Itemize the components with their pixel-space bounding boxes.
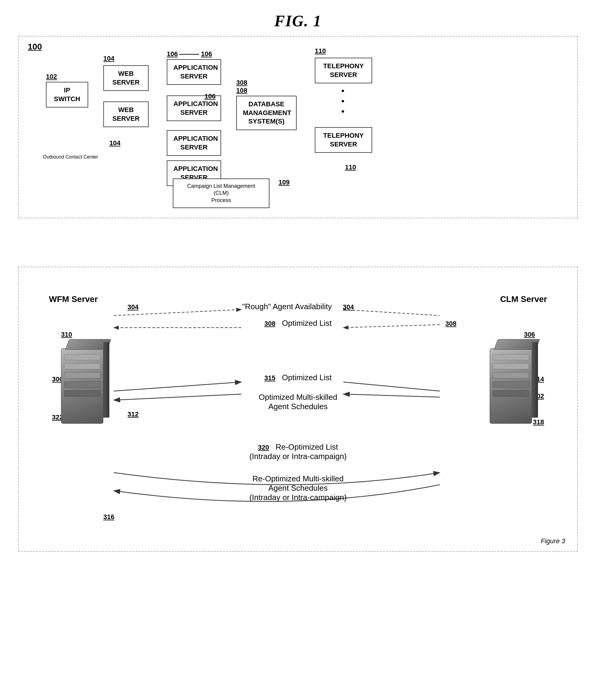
- optimized-list-mid-text: 315 Optimized List: [223, 373, 374, 382]
- wfm-server-label: WFM Server: [49, 294, 98, 304]
- web-server-2-box: WEBSERVER: [103, 101, 149, 127]
- label-316-pos: 316: [103, 512, 115, 521]
- svg-line-5: [344, 382, 440, 391]
- ip-switch-box: IPSWITCH: [46, 82, 88, 107]
- db-group: 308 108 DATABASEMANAGEMENTSYSTEM(S): [236, 79, 297, 130]
- wfm-server-drawing: [61, 339, 106, 424]
- label-108: 308: [236, 79, 247, 86]
- label-106a: 106 ——— 106: [167, 50, 212, 58]
- label-104b: 104: [109, 139, 121, 147]
- label-109: 109: [278, 179, 290, 186]
- label-306: 306: [490, 331, 535, 339]
- svg-line-4: [114, 382, 241, 391]
- label-110b: 110: [345, 163, 356, 171]
- tel-server-2-box: TELEPHONYSERVER: [315, 127, 372, 153]
- fig3-diagram: WFM Server 310: [43, 285, 553, 533]
- fig1-container: 100 102 IPSWITCH 104 WEBSERVER WEBSERVER…: [18, 36, 578, 218]
- tel-server-1-box: TELEPHONYSERVER •••: [315, 58, 372, 116]
- fig3-container: Figure 3: [18, 267, 578, 552]
- web-server-1-box: WEBSERVER: [103, 65, 149, 91]
- label-104a: 104: [103, 55, 115, 62]
- label-310: 310: [61, 331, 106, 339]
- ip-switch-group: 102 IPSWITCH: [46, 73, 88, 107]
- label-308-pos: 308: [445, 318, 456, 328]
- figure3-label: Figure 3: [541, 537, 565, 545]
- outbound-label: Outbound Contact Center: [43, 154, 98, 160]
- re-optimized-list-text: 320 Re-Optimized List (Intraday or Intra…: [207, 442, 389, 461]
- label-106b-arrow: 106: [204, 93, 216, 100]
- clm-server-block: 306 314 302 318: [490, 331, 535, 426]
- page: FIG. 1 100 102 IPSWITCH 104 WEBSERVER WE…: [0, 0, 596, 700]
- clm-server-label: CLM Server: [500, 294, 547, 304]
- optimized-multi-text: Optimized Multi-skilled Agent Schedules: [215, 393, 381, 411]
- label-110a: 110: [315, 47, 326, 55]
- re-optimized-multi-text: Re-Optimized Multi-skilled Agent Schedul…: [198, 474, 398, 502]
- label-102: 102: [46, 73, 88, 81]
- wfm-server-block: 310 300: [61, 331, 106, 421]
- optimized-list-top-text: 308 Optimized List: [223, 318, 374, 328]
- clm-server-drawing: [490, 339, 535, 424]
- fig1-title: FIG. 1: [18, 12, 578, 30]
- label-312-pos: 312: [127, 409, 139, 419]
- rough-agent-text: "Rough" Agent Availability 304: [207, 302, 389, 311]
- label-304-pos: 304: [127, 302, 139, 311]
- app-server-3-box: APPLICATIONSERVER: [167, 130, 221, 156]
- clm-box: Campaign List Management (CLM)Process: [173, 179, 270, 208]
- fig1-diagram: 102 IPSWITCH 104 WEBSERVER WEBSERVER 104…: [37, 49, 559, 206]
- app-server-1-box: APPLICATIONSERVER: [167, 59, 221, 85]
